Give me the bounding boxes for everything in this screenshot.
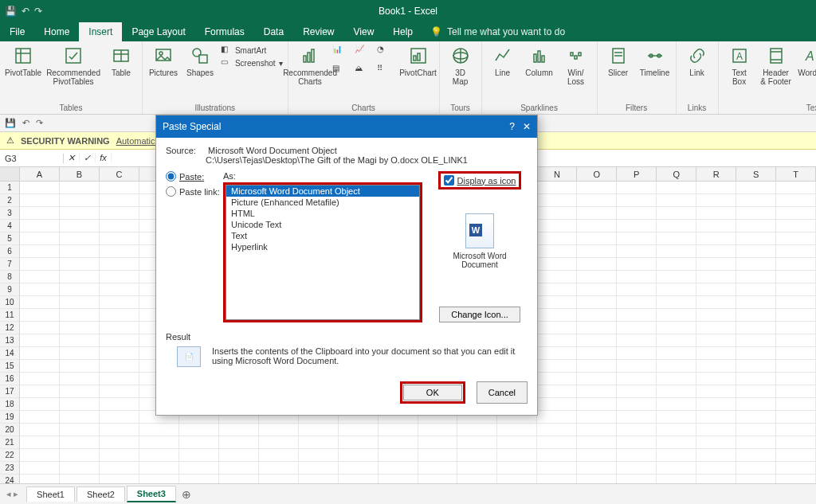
cell[interactable]: [657, 436, 696, 449]
cell[interactable]: [179, 424, 219, 436]
cell[interactable]: [617, 271, 657, 283]
cell[interactable]: [736, 220, 776, 232]
smartart-button[interactable]: ◧SmartArt: [221, 45, 283, 56]
cell[interactable]: [60, 296, 100, 309]
cell[interactable]: [776, 271, 816, 283]
redo-icon[interactable]: ↷: [34, 6, 42, 17]
cell[interactable]: [537, 271, 577, 283]
cell[interactable]: [617, 194, 657, 207]
cell[interactable]: [497, 449, 537, 462]
cell[interactable]: [100, 194, 139, 207]
recommended-charts-button[interactable]: Recommended Charts: [293, 45, 328, 86]
table-button[interactable]: Table: [105, 45, 137, 77]
cell[interactable]: [20, 424, 60, 436]
cell[interactable]: [457, 449, 497, 462]
3d-map-button[interactable]: 3D Map: [445, 45, 477, 86]
cell[interactable]: [537, 373, 577, 385]
cell[interactable]: [60, 258, 100, 271]
as-option[interactable]: HTML: [226, 208, 419, 219]
cell[interactable]: [379, 436, 418, 449]
row-header[interactable]: 16: [0, 373, 20, 385]
cell[interactable]: [60, 449, 100, 462]
cell[interactable]: [418, 449, 458, 462]
pivottable-button[interactable]: PivotTable: [5, 45, 41, 77]
cell[interactable]: [657, 194, 696, 207]
cell[interactable]: [20, 385, 60, 398]
scatter-chart-icon[interactable]: ⠿: [377, 64, 398, 81]
cell[interactable]: [657, 334, 696, 347]
tab-data[interactable]: Data: [254, 22, 293, 41]
cell[interactable]: [537, 309, 577, 322]
cancel-formula-icon[interactable]: ✕: [64, 153, 80, 163]
redo-icon[interactable]: ↷: [36, 118, 43, 128]
column-header[interactable]: O: [577, 167, 617, 181]
cell[interactable]: [657, 424, 696, 436]
cell[interactable]: [696, 334, 736, 347]
cell[interactable]: [100, 309, 139, 322]
cell[interactable]: [497, 436, 537, 449]
cell[interactable]: [537, 334, 577, 347]
tab-help[interactable]: Help: [383, 22, 422, 41]
cell[interactable]: [20, 309, 60, 322]
pivotchart-button[interactable]: PivotChart: [402, 45, 434, 77]
cell[interactable]: [657, 360, 696, 373]
cell[interactable]: [139, 436, 179, 449]
cell[interactable]: [776, 462, 816, 475]
cell[interactable]: [259, 424, 299, 436]
cell[interactable]: [657, 258, 696, 271]
column-header[interactable]: T: [776, 167, 816, 181]
save-icon[interactable]: 💾: [5, 6, 17, 17]
cell[interactable]: [219, 436, 259, 449]
cell[interactable]: [100, 322, 139, 334]
cell[interactable]: [60, 309, 100, 322]
cell[interactable]: [457, 462, 497, 475]
cell[interactable]: [100, 360, 139, 373]
textbox-button[interactable]: AText Box: [724, 45, 755, 86]
row-header[interactable]: 4: [0, 220, 20, 232]
cell[interactable]: [100, 283, 139, 296]
cell[interactable]: [20, 232, 60, 245]
cell[interactable]: [696, 309, 736, 322]
cell[interactable]: [20, 347, 60, 360]
cell[interactable]: [617, 283, 657, 296]
cell[interactable]: [696, 322, 736, 334]
cell[interactable]: [776, 296, 816, 309]
cell[interactable]: [299, 462, 339, 475]
cell[interactable]: [696, 296, 736, 309]
display-as-icon-checkbox[interactable]: [444, 175, 454, 186]
cell[interactable]: [537, 360, 577, 373]
cell[interactable]: [657, 283, 696, 296]
column-header[interactable]: S: [736, 167, 776, 181]
cell[interactable]: [617, 334, 657, 347]
row-header[interactable]: 11: [0, 309, 20, 322]
cell[interactable]: [339, 449, 379, 462]
cell[interactable]: [736, 271, 776, 283]
cell[interactable]: [537, 296, 577, 309]
cell[interactable]: [20, 207, 60, 220]
cell[interactable]: [617, 220, 657, 232]
cell[interactable]: [60, 334, 100, 347]
row-header[interactable]: 20: [0, 424, 20, 436]
cell[interactable]: [577, 309, 617, 322]
cell[interactable]: [60, 271, 100, 283]
row-header[interactable]: 8: [0, 271, 20, 283]
cell[interactable]: [418, 436, 458, 449]
cell[interactable]: [696, 194, 736, 207]
cell[interactable]: [60, 220, 100, 232]
cell[interactable]: [60, 424, 100, 436]
row-header[interactable]: 2: [0, 194, 20, 207]
tab-review[interactable]: Review: [293, 22, 343, 41]
cell[interactable]: [60, 182, 100, 194]
cell[interactable]: [60, 245, 100, 258]
bar-chart-icon[interactable]: ▤: [332, 64, 353, 81]
cell[interactable]: [100, 347, 139, 360]
cell[interactable]: [100, 436, 139, 449]
cell[interactable]: [776, 220, 816, 232]
row-header[interactable]: 15: [0, 360, 20, 373]
cell[interactable]: [379, 462, 418, 475]
cell[interactable]: [657, 385, 696, 398]
column-chart-icon[interactable]: 📊: [332, 45, 353, 62]
cell[interactable]: [617, 258, 657, 271]
cell[interactable]: [100, 449, 139, 462]
cell[interactable]: [577, 182, 617, 194]
